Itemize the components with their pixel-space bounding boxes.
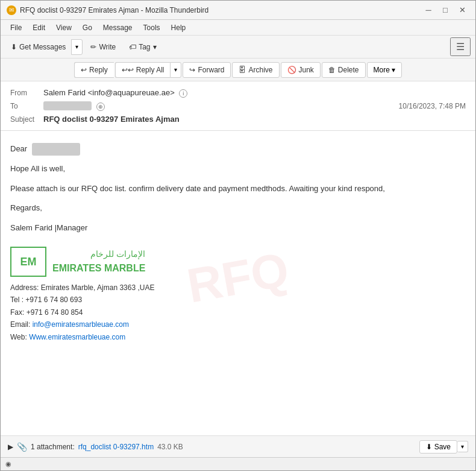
expand-icon[interactable]: ▶ <box>8 443 13 451</box>
save-button[interactable]: ⬇ Save <box>419 440 457 454</box>
menu-tools[interactable]: Tools <box>139 22 165 33</box>
write-label: Write <box>99 43 116 51</box>
main-window: ✉ RFQ doclist 0-93297 Emirates Ajman - M… <box>0 0 476 471</box>
more-button[interactable]: More ▾ <box>367 62 402 78</box>
to-row: To ⊕ 10/16/2023, 7:48 PM <box>10 100 466 113</box>
archive-button[interactable]: 🗄 Archive <box>232 62 279 78</box>
sig-email-label: Email: <box>10 320 33 329</box>
junk-label: Junk <box>299 66 314 74</box>
sig-fax: Fax: +971 6 74 80 854 <box>10 306 466 318</box>
attachment-bar: ▶ 📎 1 attachment: rfq_doclist 0-93297.ht… <box>1 435 475 457</box>
line1: Hope All is well, <box>10 163 466 175</box>
subject-value: RFQ doclist 0-93297 Emirates Ajman <box>43 115 466 124</box>
tag-arrow-icon: ▾ <box>153 43 157 51</box>
sig-email-line: Email: info@emiratesmarbleuae.com <box>10 318 466 330</box>
sender-info-icon[interactable]: i <box>179 89 187 98</box>
from-value: Salem Farid <info@aquapureuae.ae> i <box>43 88 466 98</box>
get-messages-label: Get Messages <box>19 43 66 51</box>
get-messages-button[interactable]: ⬇ Get Messages <box>5 40 71 54</box>
reply-all-arrow[interactable]: ▾ <box>170 62 181 78</box>
junk-icon: 🚫 <box>287 66 296 74</box>
save-group: ⬇ Save ▾ <box>419 440 468 454</box>
save-arrow-button[interactable]: ▾ <box>457 441 468 452</box>
greeting-word: Dear <box>10 144 27 153</box>
close-button[interactable]: ✕ <box>455 4 469 16</box>
minimize-button[interactable]: ─ <box>421 4 436 16</box>
menu-view[interactable]: View <box>51 22 77 33</box>
reply-all-button[interactable]: ↩↩ Reply All <box>115 62 171 78</box>
save-down-icon: ⬇ <box>426 443 432 451</box>
reply-button[interactable]: ↩ Reply <box>74 62 114 78</box>
attachment-filename[interactable]: rfq_doclist 0-93297.htm <box>78 443 154 451</box>
sig-web-label: Web: <box>10 333 29 341</box>
status-bar: ◉ <box>1 457 475 470</box>
toolbar: ⬇ Get Messages ▾ ✏ Write 🏷 Tag ▾ ☰ <box>1 36 475 58</box>
reply-group: ↩ Reply <box>74 62 114 78</box>
forward-label: Forward <box>198 66 224 74</box>
window-controls: ─ □ ✕ <box>421 4 469 16</box>
greeting-name-blurred <box>32 143 80 156</box>
reply-label: Reply <box>89 66 108 74</box>
title-bar-left: ✉ RFQ doclist 0-93297 Emirates Ajman - M… <box>7 5 208 15</box>
forward-button[interactable]: ↪ Forward <box>183 62 231 78</box>
maximize-button[interactable]: □ <box>438 4 453 16</box>
to-value: ⊕ <box>43 101 399 111</box>
subject-label: Subject <box>10 115 43 124</box>
write-button[interactable]: ✏ Write <box>85 40 121 54</box>
sig-address-line: Address: Emirates Marble, Ajman 3363 ,UA… <box>10 282 466 294</box>
reply-icon: ↩ <box>81 66 87 74</box>
to-label: To <box>10 102 43 110</box>
get-messages-arrow[interactable]: ▾ <box>71 39 83 55</box>
from-row: From Salem Farid <info@aquapureuae.ae> i <box>10 86 466 100</box>
attachment-icon: 📎 <box>17 442 27 452</box>
write-icon: ✏ <box>90 43 96 51</box>
attachment-left: ▶ 📎 1 attachment: rfq_doclist 0-93297.ht… <box>8 442 183 452</box>
to-info-icon[interactable]: ⊕ <box>96 103 105 111</box>
attachment-size: 43.0 KB <box>157 443 183 451</box>
junk-button[interactable]: 🚫 Junk <box>281 62 321 78</box>
app-icon: ✉ <box>7 5 16 15</box>
reply-all-label: Reply All <box>136 66 164 74</box>
tag-icon: 🏷 <box>129 43 136 51</box>
signature-block: EM الإمارات للرخام EMIRATES MARBLE Addre… <box>10 247 466 343</box>
menu-file[interactable]: File <box>5 22 27 33</box>
signature-logo: EM الإمارات للرخام EMIRATES MARBLE <box>10 247 466 277</box>
tag-button[interactable]: 🏷 Tag ▾ <box>124 40 161 54</box>
to-address-blurred <box>43 101 92 110</box>
save-label: Save <box>434 443 451 451</box>
get-messages-icon: ⬇ <box>11 43 17 51</box>
action-bar: ↩ Reply ↩↩ Reply All ▾ ↪ Forward 🗄 Archi… <box>1 58 475 81</box>
reply-all-group: ↩↩ Reply All ▾ <box>115 62 182 78</box>
delete-label: Delete <box>338 66 359 74</box>
logo-abbr: EM <box>20 253 37 271</box>
line2: Please attach is our RFQ doc list. confi… <box>10 183 466 195</box>
sig-tel: Tel : +971 6 74 80 693 <box>10 294 466 306</box>
reply-all-icon: ↩↩ <box>122 66 134 74</box>
regards: Regards, <box>10 202 466 215</box>
forward-icon: ↪ <box>189 66 195 74</box>
from-name: Salem Farid <info@aquapureuae.ae> <box>43 88 175 97</box>
logo-text-block: الإمارات للرخام EMIRATES MARBLE <box>52 247 145 276</box>
menu-help[interactable]: Help <box>166 22 191 33</box>
logo-english: EMIRATES MARBLE <box>52 261 145 276</box>
sig-email-link[interactable]: info@emiratesmarbleuae.com <box>33 320 129 329</box>
more-group: More ▾ <box>367 62 402 78</box>
menu-go[interactable]: Go <box>78 22 97 33</box>
hamburger-menu-button[interactable]: ☰ <box>450 37 471 56</box>
menu-edit[interactable]: Edit <box>28 22 50 33</box>
menu-bar: File Edit View Go Message Tools Help <box>1 20 475 36</box>
menu-message[interactable]: Message <box>98 22 137 33</box>
attachment-count: 1 attachment: <box>31 443 75 451</box>
email-body: RFQ Dear Hope All is well, Please attach… <box>1 131 475 435</box>
greeting-line: Dear <box>10 143 466 156</box>
archive-label: Archive <box>248 66 272 74</box>
tag-label: Tag <box>139 43 150 51</box>
sender-name: Salem Farid |Manager <box>10 222 466 235</box>
delete-button[interactable]: 🗑 Delete <box>322 62 366 78</box>
save-chevron-icon: ▾ <box>461 443 464 450</box>
sig-web-link[interactable]: Www.emiratesmarbleuae.com <box>29 333 125 341</box>
subject-row: Subject RFQ doclist 0-93297 Emirates Ajm… <box>10 113 466 125</box>
logo-box: EM <box>10 247 46 277</box>
email-header: From Salem Farid <info@aquapureuae.ae> i… <box>1 81 475 131</box>
email-date: 10/16/2023, 7:48 PM <box>399 102 466 110</box>
